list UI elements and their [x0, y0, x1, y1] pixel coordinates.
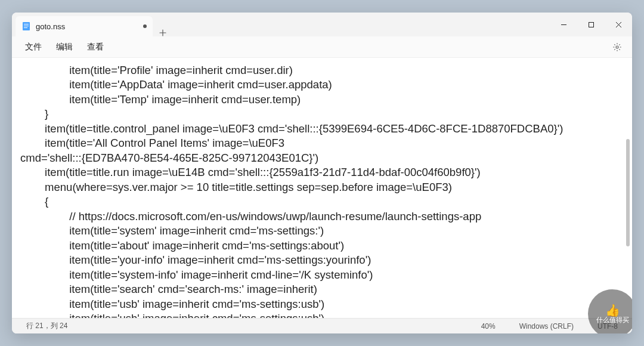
status-cursor-position[interactable]: 行 21，列 24	[20, 321, 73, 331]
tab-active[interactable]: goto.nss	[16, 16, 153, 36]
menu-edit[interactable]: 编辑	[49, 39, 80, 55]
code-line: item(title='system' image=inherit cmd='m…	[20, 224, 324, 237]
code-line: item(title='usb' image=inherit cmd='ms-s…	[20, 312, 324, 318]
code-line: cmd='shell:::{ED7BA470-8E54-465E-825C-99…	[20, 152, 318, 164]
new-tab-button[interactable]	[153, 29, 173, 36]
code-line: }	[20, 107, 48, 120]
status-line-ending[interactable]: Windows (CRLF)	[513, 322, 580, 330]
code-line: item(title='Profile' image=inherit cmd=u…	[20, 64, 293, 76]
code-line: item(title='about' image=inherit cmd='ms…	[20, 239, 344, 252]
svg-rect-4	[589, 22, 593, 27]
status-zoom[interactable]: 40%	[475, 322, 501, 330]
editor-area[interactable]: item(title='Profile' image=inherit cmd=u…	[12, 58, 632, 318]
svg-rect-3	[24, 27, 27, 28]
tab-strip: goto.nss	[12, 13, 173, 36]
code-line: item(title='your-info' image=inherit cmd…	[20, 254, 371, 266]
svg-rect-2	[24, 26, 29, 26]
code-line: item(title='search' cmd='search-ms:' ima…	[20, 283, 317, 295]
code-line: item(title=title.control_panel image=\uE…	[20, 122, 563, 135]
code-line: menu(where=sys.ver.major >= 10 title=tit…	[20, 181, 452, 193]
minimize-button[interactable]	[550, 13, 577, 36]
tab-title: goto.nss	[36, 22, 138, 31]
svg-rect-1	[24, 24, 29, 24]
statusbar: 行 21，列 24 40% Windows (CRLF) UTF-8	[12, 318, 632, 333]
scrollbar-thumb[interactable]	[626, 139, 630, 246]
code-line: {	[20, 195, 48, 208]
menubar: 文件 编辑 查看	[12, 36, 632, 58]
file-icon	[21, 21, 31, 31]
menu-file[interactable]: 文件	[18, 39, 49, 55]
code-line: item(title='AppData' image=inherit cmd=u…	[20, 78, 332, 91]
svg-point-5	[616, 46, 618, 48]
code-line: item(title='All Control Panel Items' ima…	[20, 137, 284, 149]
app-window: goto.nss 文件 编辑 查看	[12, 13, 632, 333]
code-line: // https://docs.microsoft.com/en-us/wind…	[20, 210, 481, 223]
code-line: item(title=title.run image=\uE14B cmd='s…	[20, 166, 481, 178]
code-line: item(title='system-info' image=inherit c…	[20, 268, 373, 281]
settings-button[interactable]	[608, 42, 626, 52]
status-encoding[interactable]: UTF-8	[592, 322, 624, 330]
code-line: item(title='usb' image=inherit cmd='ms-s…	[20, 298, 324, 310]
window-controls	[550, 13, 632, 36]
code-line: item(title='Temp' image=inherit cmd=user…	[20, 93, 301, 106]
close-button[interactable]	[605, 13, 632, 36]
code-editor[interactable]: item(title='Profile' image=inherit cmd=u…	[12, 58, 632, 318]
maximize-button[interactable]	[577, 13, 605, 36]
menu-view[interactable]: 查看	[80, 39, 111, 55]
titlebar[interactable]: goto.nss	[12, 13, 632, 36]
titlebar-drag-region[interactable]	[173, 13, 550, 36]
vertical-scrollbar[interactable]	[625, 61, 631, 314]
modified-indicator-icon	[143, 24, 147, 28]
